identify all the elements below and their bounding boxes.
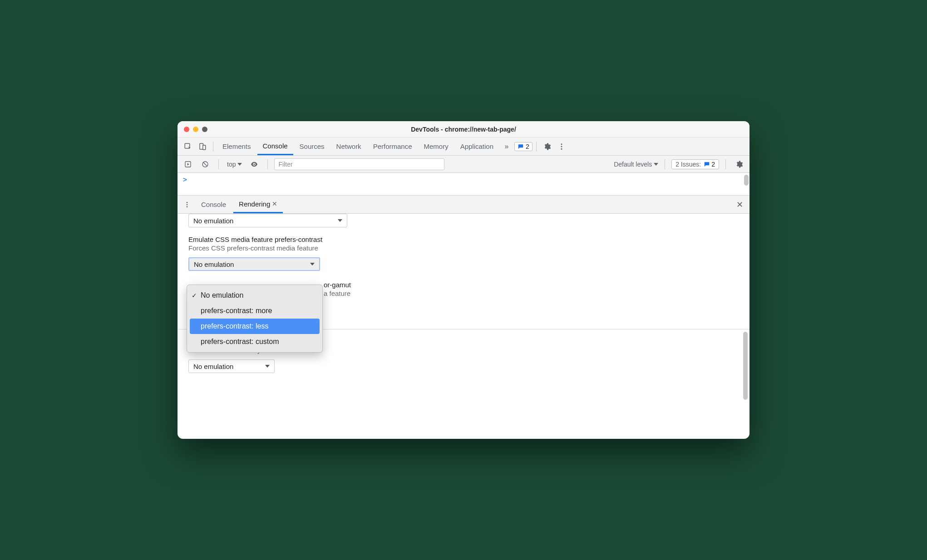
caret-down-icon <box>237 163 242 166</box>
chat-icon <box>518 143 524 150</box>
divider <box>218 159 219 169</box>
live-expression-icon[interactable] <box>247 157 261 171</box>
tab-application[interactable]: Application <box>455 138 499 155</box>
chat-icon <box>704 161 710 167</box>
prefers-contrast-select[interactable]: No emulation <box>188 257 320 271</box>
tab-label: Sources <box>300 142 325 150</box>
panel-scrollbar[interactable] <box>743 332 748 400</box>
tab-label: Performance <box>373 142 412 150</box>
context-selector[interactable]: top <box>225 161 244 168</box>
tab-performance[interactable]: Performance <box>368 138 418 155</box>
rendering-panel: No emulation Emulate CSS media feature p… <box>178 214 749 439</box>
more-tabs-icon[interactable] <box>500 140 513 153</box>
clear-console-icon[interactable] <box>198 157 212 171</box>
divider <box>267 159 268 169</box>
drawer-close-icon[interactable]: ✕ <box>733 200 747 210</box>
close-tab-icon[interactable]: ✕ <box>272 200 277 207</box>
select-value: No emulation <box>193 217 233 225</box>
tab-elements[interactable]: Elements <box>217 138 256 155</box>
svg-point-12 <box>187 206 188 207</box>
devtools-window: DevTools - chrome://new-tab-page/ Elemen… <box>178 121 749 439</box>
svg-point-11 <box>187 204 188 205</box>
caret-down-icon <box>654 163 658 166</box>
svg-point-3 <box>561 143 562 145</box>
vision-deficiency-select[interactable]: No emulation <box>188 359 275 373</box>
tab-label: Console <box>201 201 226 208</box>
levels-selector[interactable]: Default levels <box>614 161 658 168</box>
caret-down-icon <box>338 219 342 222</box>
settings-icon[interactable] <box>540 140 554 153</box>
context-label: top <box>227 161 236 168</box>
tab-label: Application <box>460 142 493 150</box>
issues-label: 2 Issues: <box>676 161 701 168</box>
field-desc: a feature <box>324 290 745 297</box>
drawer-tabbar: Console Rendering ✕ ✕ <box>178 196 749 214</box>
select-value: No emulation <box>193 363 233 370</box>
console-scrollbar[interactable] <box>744 175 749 186</box>
issues-badge[interactable]: 2 <box>514 142 533 151</box>
console-prompt-icon: > <box>183 176 187 184</box>
tab-memory[interactable]: Memory <box>419 138 454 155</box>
check-icon: ✓ <box>192 292 197 299</box>
partial-text: a feature <box>324 290 350 297</box>
levels-label: Default levels <box>614 161 652 168</box>
caret-down-icon <box>310 263 315 265</box>
tab-label: Memory <box>424 142 449 150</box>
svg-rect-2 <box>203 145 206 150</box>
field-title: Emulate CSS media feature prefers-contra… <box>188 236 745 243</box>
field-desc: Forces CSS prefers-contrast media featur… <box>188 244 745 252</box>
tab-sources[interactable]: Sources <box>294 138 330 155</box>
drawer-tab-rendering[interactable]: Rendering ✕ <box>233 196 283 213</box>
tab-label: Console <box>263 142 288 150</box>
tab-label: Elements <box>222 142 251 150</box>
svg-point-9 <box>254 163 255 165</box>
drawer-tab-console[interactable]: Console <box>196 196 232 213</box>
field-prefers-contrast: Emulate CSS media feature prefers-contra… <box>188 236 745 271</box>
divider <box>213 142 213 152</box>
option-label: prefers-contrast: more <box>201 307 272 315</box>
svg-point-10 <box>187 202 188 203</box>
option-no-emulation[interactable]: ✓ No emulation <box>187 288 322 303</box>
caret-down-icon <box>265 365 270 368</box>
tab-label: Network <box>336 142 361 150</box>
option-contrast-custom[interactable]: prefers-contrast: custom <box>187 334 322 349</box>
select-value: No emulation <box>194 260 234 268</box>
emulation-select-generic[interactable]: No emulation <box>188 214 347 227</box>
console-output[interactable]: > <box>178 173 749 196</box>
partial-text: or-gamut <box>324 281 351 289</box>
svg-point-4 <box>561 146 562 147</box>
badge-count: 2 <box>526 143 529 150</box>
option-contrast-more[interactable]: prefers-contrast: more <box>187 303 322 319</box>
issues-count: 2 <box>711 161 715 168</box>
svg-point-5 <box>561 148 562 149</box>
drawer-kebab-icon[interactable] <box>180 198 194 211</box>
tab-network[interactable]: Network <box>331 138 367 155</box>
divider <box>536 142 537 152</box>
option-contrast-less[interactable]: prefers-contrast: less <box>190 319 320 334</box>
field-title: or-gamut <box>324 281 745 289</box>
mac-titlebar: DevTools - chrome://new-tab-page/ <box>178 121 749 138</box>
window-title: DevTools - chrome://new-tab-page/ <box>178 126 749 133</box>
inspect-icon[interactable] <box>181 140 195 153</box>
divider <box>665 159 665 169</box>
divider <box>725 159 726 169</box>
svg-line-8 <box>203 162 207 166</box>
issues-toggle[interactable]: 2 Issues: 2 <box>671 159 719 169</box>
prefers-contrast-options-popup: ✓ No emulation prefers-contrast: more pr… <box>187 285 323 353</box>
kebab-icon[interactable] <box>555 140 568 153</box>
console-settings-icon[interactable] <box>732 157 746 171</box>
option-label: prefers-contrast: less <box>201 322 268 330</box>
option-label: No emulation <box>201 291 243 300</box>
tab-console[interactable]: Console <box>257 138 293 155</box>
tab-label: Rendering <box>239 200 270 208</box>
filter-input[interactable] <box>274 158 444 170</box>
main-toolbar: Elements Console Sources Network Perform… <box>178 138 749 156</box>
execute-icon[interactable] <box>181 157 195 171</box>
device-toggle-icon[interactable] <box>196 140 209 153</box>
console-subtoolbar: top Default levels 2 Issues: 2 <box>178 156 749 173</box>
option-label: prefers-contrast: custom <box>201 338 279 346</box>
